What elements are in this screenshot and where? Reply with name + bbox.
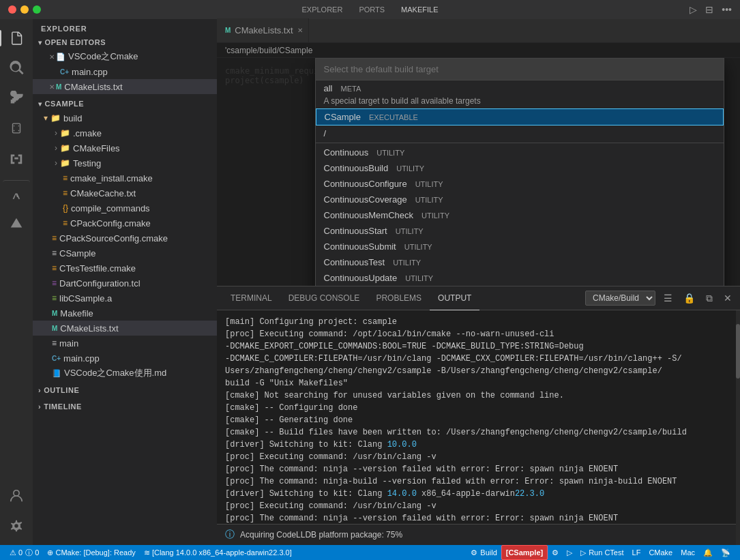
folder-build[interactable]: ▾ 📁 build: [33, 110, 217, 126]
output-line: [cmake] -- Generating done: [225, 414, 732, 426]
split-editor-icon[interactable]: ⊟: [705, 4, 713, 15]
titlebar-tab-ports[interactable]: PORTS: [353, 4, 390, 15]
file-cmake-install[interactable]: ≡ cmake_install.cmake: [33, 171, 217, 186]
activity-settings[interactable]: [3, 512, 30, 540]
file-cmakelists-active[interactable]: M CMakeLists.txt: [33, 321, 217, 336]
status-lf[interactable]: LF: [628, 545, 645, 560]
outline-header[interactable]: › OUTLINE: [33, 383, 217, 397]
close-icon[interactable]: ✕: [297, 27, 303, 34]
file-csample[interactable]: ≡ CSample: [33, 246, 217, 261]
activity-cmake[interactable]: [3, 210, 30, 237]
file-cmakecache[interactable]: ≡ CMakeCache.txt: [33, 186, 217, 201]
open-editor-vscode-cmake[interactable]: ✕ 📄 VSCode之Cmake: [33, 49, 217, 64]
folder-cmakefiles[interactable]: › 📁 CMakeFiles: [33, 141, 217, 156]
tab-terminal[interactable]: TERMINAL: [222, 286, 280, 310]
tab-output[interactable]: OUTPUT: [430, 286, 479, 310]
file-vscode-md[interactable]: 📘 VSCode之Cmake使用.md: [33, 366, 217, 381]
activity-account[interactable]: [3, 482, 30, 510]
status-notifications[interactable]: 🔔: [699, 545, 717, 560]
makefile-icon: M: [52, 310, 57, 317]
filename-label: main.cpp: [63, 353, 211, 364]
folder-icon: 📁: [60, 143, 70, 153]
output-source-select[interactable]: CMake/Build: [585, 291, 655, 306]
minimize-button[interactable]: [20, 5, 29, 14]
titlebar-tabs: EXPLORER PORTS MAKEFILE: [296, 4, 443, 15]
file-dart[interactable]: ≡ DartConfiguration.tcl: [33, 276, 217, 291]
file-cpacksource[interactable]: ≡ CPackSourceConfig.cmake: [33, 231, 217, 246]
titlebar-tab-makefile[interactable]: MAKEFILE: [396, 4, 443, 15]
activity-search[interactable]: [3, 55, 30, 82]
dropdown-item-slash[interactable]: /: [316, 126, 724, 141]
status-errors[interactable]: ⚠ 0 ⓘ 0: [5, 545, 43, 560]
build-target-input[interactable]: [316, 59, 724, 80]
status-broadcast[interactable]: 📡: [717, 545, 735, 560]
file-libcsample[interactable]: ≡ libCSample.a: [33, 291, 217, 306]
folder-cmake[interactable]: › 📁 .cmake: [33, 126, 217, 141]
file-compile-commands[interactable]: {} compile_commands: [33, 201, 217, 216]
open-editor-cmakelists[interactable]: ✕ M CMakeLists.txt: [33, 79, 217, 94]
csample-header[interactable]: ▾ CSAMPLE: [33, 97, 217, 110]
mac-text: Mac: [681, 548, 695, 557]
file-main[interactable]: ≡ main: [33, 336, 217, 351]
output-line: Users/zhangfengcheng/cheng/chengv2/csamp…: [225, 365, 732, 377]
close-button[interactable]: [8, 5, 16, 14]
activity-extensions[interactable]: [3, 145, 30, 172]
status-cmake-lang[interactable]: CMake: [645, 545, 677, 560]
dropdown-item-continuoussubmit[interactable]: ContinuousSubmit UTILITY: [316, 239, 724, 254]
dropdown-item-all-desc[interactable]: A special target to build all available …: [316, 96, 724, 108]
status-run-ctest[interactable]: ▷ Run CTest: [576, 545, 627, 560]
error-count: ⚠ 0: [10, 548, 23, 557]
status-build[interactable]: ⚙ Build: [467, 545, 501, 560]
titlebar-tab-explorer[interactable]: EXPLORER: [296, 4, 348, 15]
dropdown-item-all[interactable]: all META: [316, 80, 724, 96]
open-editors-header[interactable]: ▾ OPEN EDITORS: [33, 35, 217, 49]
terminal-tabs: TERMINAL DEBUG CONSOLE PROBLEMS OUTPUT C…: [217, 286, 740, 310]
open-editor-main-cpp[interactable]: C+ main.cpp: [33, 64, 217, 79]
status-csample-badge[interactable]: [CSample]: [501, 545, 548, 560]
tab-debug-console[interactable]: DEBUG CONSOLE: [280, 286, 368, 310]
close-panel-icon[interactable]: ✕: [721, 291, 735, 305]
dropdown-item-csample[interactable]: CSample EXECUTABLE: [316, 108, 724, 126]
scrollbar-thumb[interactable]: [736, 324, 740, 379]
status-mac[interactable]: Mac: [677, 545, 699, 560]
file-cpackconfig[interactable]: ≡ CPackConfig.cmake: [33, 216, 217, 231]
status-cmake-ready[interactable]: ⊕ CMake: [Debug]: Ready: [43, 545, 139, 560]
lock-icon[interactable]: 🔒: [681, 291, 698, 305]
activity-remote[interactable]: [3, 180, 30, 207]
output-line: [cmake] -- Configuring done: [225, 402, 732, 414]
maximize-button[interactable]: [33, 5, 41, 14]
file-makefile[interactable]: M Makefile: [33, 306, 217, 321]
svg-marker-1: [11, 218, 23, 228]
dropdown-item-continuousupdate[interactable]: ContinuousUpdate UTILITY: [316, 270, 724, 286]
editor-tab-cmakelists[interactable]: M CMakeLists.txt ✕: [217, 18, 309, 42]
dropdown-item-continuous[interactable]: Continuous UTILITY: [316, 145, 724, 160]
more-actions-icon[interactable]: •••: [722, 4, 732, 15]
activity-files[interactable]: [3, 25, 30, 52]
build-target-dropdown[interactable]: all META A special target to build all a…: [315, 58, 724, 286]
status-debug-config[interactable]: ⚙: [548, 545, 563, 560]
titlebar: EXPLORER PORTS MAKEFILE ▷ ⊟ •••: [0, 0, 740, 19]
terminal-scrollbar[interactable]: [736, 310, 740, 545]
dropdown-item-continuousstart[interactable]: ContinuousStart UTILITY: [316, 223, 724, 239]
timeline-header[interactable]: › TIMELINE: [33, 400, 217, 413]
close-icon[interactable]: ✕: [49, 53, 55, 61]
dropdown-item-continuousbuild[interactable]: ContinuousBuild UTILITY: [316, 160, 724, 176]
activity-debug[interactable]: [3, 115, 30, 142]
editor-content: cmake_minimum_required(VERSION 3.10) pro…: [217, 58, 740, 286]
activity-git[interactable]: [3, 85, 30, 112]
play-icon[interactable]: ▷: [690, 4, 697, 15]
copy-icon[interactable]: ⧉: [703, 291, 715, 306]
dropdown-item-continuousconfigure[interactable]: ContinuousConfigure UTILITY: [316, 176, 724, 192]
folder-testing[interactable]: › 📁 Testing: [33, 156, 217, 171]
status-kit[interactable]: ≋ [Clang 14.0.0 x86_64-apple-darwin22.3.…: [140, 545, 296, 560]
dropdown-item-continuouscoverage[interactable]: ContinuousCoverage UTILITY: [316, 192, 724, 207]
dropdown-item-continuousmemcheck[interactable]: ContinuousMemCheck UTILITY: [316, 207, 724, 223]
file-ctestfile[interactable]: ≡ CTesTestfile.cmake: [33, 261, 217, 276]
file-main-cpp[interactable]: C+ main.cpp: [33, 351, 217, 366]
dropdown-item-continuoustest[interactable]: ContinuousTest UTILITY: [316, 254, 724, 270]
filter-icon[interactable]: ☰: [661, 291, 675, 305]
tab-problems[interactable]: PROBLEMS: [368, 286, 430, 310]
dropdown-list: all META A special target to build all a…: [316, 80, 724, 286]
close-icon[interactable]: ✕: [49, 83, 55, 91]
status-run[interactable]: ▷: [563, 545, 576, 560]
